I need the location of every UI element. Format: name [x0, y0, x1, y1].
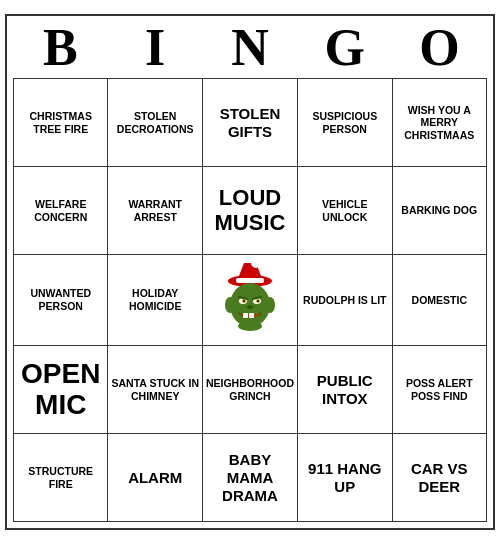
cell-15: OPEN MIC — [14, 346, 108, 434]
bingo-card: B I N G O CHRISTMAS TREE FIRE STOLEN DEC… — [5, 14, 495, 530]
cell-text-3: SUSPICIOUS PERSON — [301, 110, 388, 135]
cell-text-23: 911 HANG UP — [301, 460, 388, 496]
cell-text-7: LOUD MUSIC — [206, 186, 294, 234]
cell-text-1: STOLEN DECROATIONS — [111, 110, 198, 135]
bingo-grid: CHRISTMAS TREE FIRE STOLEN DECROATIONS S… — [13, 78, 487, 522]
header-letter-n: N — [206, 22, 294, 74]
cell-14: DOMESTIC — [393, 255, 487, 346]
cell-0: CHRISTMAS TREE FIRE — [14, 79, 108, 167]
cell-3: SUSPICIOUS PERSON — [298, 79, 392, 167]
cell-12-grinch — [203, 255, 298, 346]
cell-9: BARKING DOG — [393, 167, 487, 255]
cell-24: CAR VS DEER — [393, 434, 487, 522]
cell-6: WARRANT ARREST — [108, 167, 202, 255]
cell-text-6: WARRANT ARREST — [111, 198, 198, 223]
header-letter-i: I — [111, 22, 199, 74]
cell-7: LOUD MUSIC — [203, 167, 298, 255]
cell-text-8: VEHICLE UNLOCK — [301, 198, 388, 223]
cell-23: 911 HANG UP — [298, 434, 392, 522]
cell-4: WISH YOU A MERRY CHRISTMAAS — [393, 79, 487, 167]
cell-text-15: OPEN MIC — [17, 359, 104, 421]
cell-text-9: BARKING DOG — [401, 204, 477, 217]
svg-point-13 — [247, 305, 253, 309]
cell-text-19: POSS ALERT POSS FIND — [396, 377, 483, 402]
cell-10: UNWANTED PERSON — [14, 255, 108, 346]
cell-text-22: BABY MAMA DRAMA — [206, 451, 294, 505]
cell-11: HOLIDAY HOMICIDE — [108, 255, 202, 346]
cell-text-18: PUBLIC INTOX — [301, 372, 388, 408]
cell-1: STOLEN DECROATIONS — [108, 79, 202, 167]
svg-point-18 — [238, 321, 262, 331]
cell-text-24: CAR VS DEER — [396, 460, 483, 496]
cell-21: ALARM — [108, 434, 202, 522]
svg-rect-3 — [236, 278, 264, 283]
grinch-icon — [209, 259, 291, 341]
cell-text-10: UNWANTED PERSON — [17, 287, 104, 312]
svg-point-17 — [265, 297, 275, 313]
cell-text-2: STOLEN GIFTS — [206, 105, 294, 141]
cell-2: STOLEN GIFTS — [203, 79, 298, 167]
cell-text-0: CHRISTMAS TREE FIRE — [17, 110, 104, 135]
cell-text-5: WELFARE CONCERN — [17, 198, 104, 223]
cell-text-14: DOMESTIC — [412, 294, 467, 307]
cell-text-17: NEIGHBORHOOD GRINCH — [206, 377, 294, 402]
bingo-header: B I N G O — [13, 22, 487, 74]
cell-20: STRUCTURE FIRE — [14, 434, 108, 522]
cell-text-11: HOLIDAY HOMICIDE — [111, 287, 198, 312]
svg-rect-14 — [243, 313, 248, 318]
svg-point-9 — [243, 300, 245, 302]
cell-17: NEIGHBORHOOD GRINCH — [203, 346, 298, 434]
cell-13: RUDOLPH IS LIT — [298, 255, 392, 346]
cell-5: WELFARE CONCERN — [14, 167, 108, 255]
svg-point-16 — [225, 297, 235, 313]
cell-text-21: ALARM — [128, 469, 182, 487]
header-letter-g: G — [301, 22, 389, 74]
cell-22: BABY MAMA DRAMA — [203, 434, 298, 522]
svg-rect-15 — [249, 313, 254, 318]
cell-text-13: RUDOLPH IS LIT — [303, 294, 386, 307]
cell-text-20: STRUCTURE FIRE — [17, 465, 104, 490]
cell-19: POSS ALERT POSS FIND — [393, 346, 487, 434]
header-letter-b: B — [16, 22, 104, 74]
cell-text-16: SANTA STUCK IN CHIMNEY — [111, 377, 198, 402]
cell-16: SANTA STUCK IN CHIMNEY — [108, 346, 202, 434]
cell-8: VEHICLE UNLOCK — [298, 167, 392, 255]
cell-text-4: WISH YOU A MERRY CHRISTMAAS — [396, 104, 483, 142]
cell-18: PUBLIC INTOX — [298, 346, 392, 434]
svg-point-10 — [257, 300, 259, 302]
header-letter-o: O — [396, 22, 484, 74]
